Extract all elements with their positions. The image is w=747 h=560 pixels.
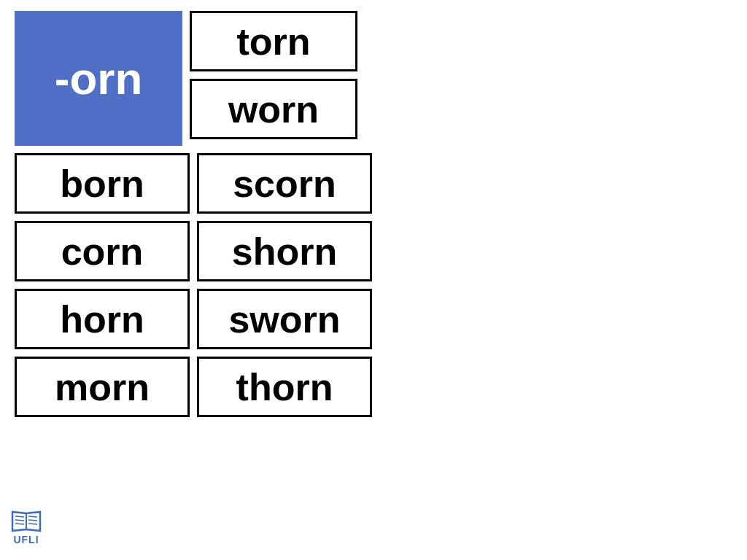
svg-line-3 xyxy=(15,520,24,521)
left-column: born corn horn morn xyxy=(11,149,193,421)
word-card-born: born xyxy=(15,153,190,214)
word-card-thorn: thorn xyxy=(197,357,372,417)
svg-line-5 xyxy=(28,516,37,517)
svg-line-4 xyxy=(15,524,24,524)
word-card-horn: horn xyxy=(15,289,190,349)
ufli-label: UFLI xyxy=(13,534,39,545)
word-card-scorn: scorn xyxy=(197,153,372,214)
svg-line-6 xyxy=(28,520,37,521)
svg-line-7 xyxy=(28,524,37,524)
ufli-book-icon xyxy=(11,510,42,532)
ufli-logo: UFLI xyxy=(11,510,42,545)
word-card-worn: worn xyxy=(190,79,357,139)
word-card-shorn: shorn xyxy=(197,221,372,281)
orn-header-card: -orn xyxy=(15,11,182,146)
word-card-morn: morn xyxy=(15,357,190,417)
word-card-sworn: sworn xyxy=(197,289,372,349)
word-card-corn: corn xyxy=(15,221,190,281)
right-column: scorn shorn sworn thorn xyxy=(193,149,376,421)
svg-line-2 xyxy=(15,516,24,517)
top-right-words: torn worn xyxy=(186,7,361,149)
word-card-torn: torn xyxy=(190,11,357,71)
